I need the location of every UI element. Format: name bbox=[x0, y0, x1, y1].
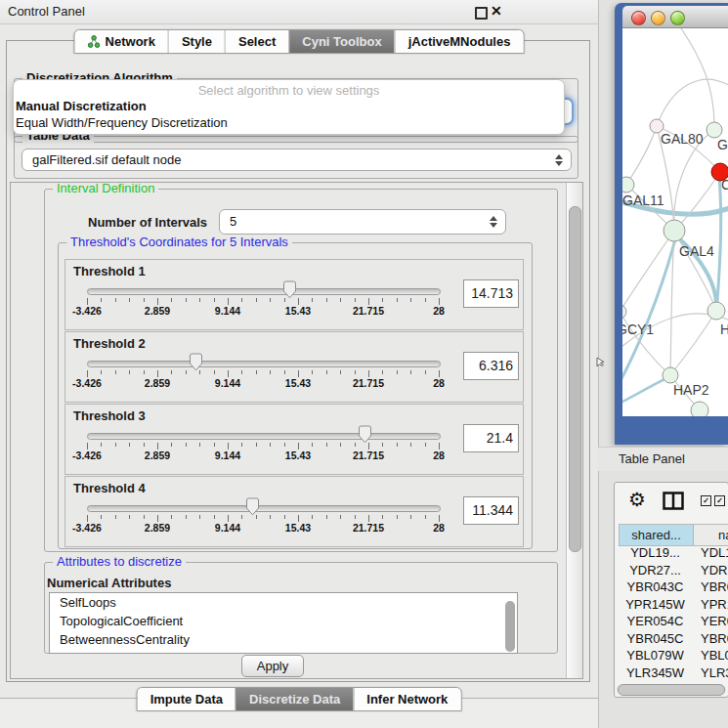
slider-thumb[interactable] bbox=[189, 353, 203, 371]
cell-shared-name[interactable]: YDL19... bbox=[619, 545, 692, 560]
cell-name[interactable]: YER0 bbox=[701, 614, 728, 628]
cell-shared-name[interactable]: YDR27... bbox=[619, 563, 692, 578]
close-icon[interactable]: ✕ bbox=[491, 3, 502, 19]
attribute-list-item[interactable]: TopologicalCoefficient bbox=[50, 612, 517, 630]
network-edge[interactable] bbox=[622, 236, 676, 388]
control-panel-titlebar: Control Panel ✕ bbox=[0, 0, 598, 24]
network-node-node-top-right[interactable] bbox=[707, 122, 722, 138]
table-horizontal-scrollbar[interactable] bbox=[617, 684, 726, 695]
tab-infer-network[interactable]: Infer Network bbox=[353, 688, 460, 710]
cell-name[interactable]: YPR1 bbox=[701, 597, 728, 612]
algorithm-dropdown-popup: Select algorithm to view settings Manual… bbox=[13, 79, 565, 135]
slider-track[interactable] bbox=[87, 433, 441, 440]
network-edge[interactable] bbox=[670, 311, 716, 375]
network-node-GAL4[interactable] bbox=[664, 220, 685, 241]
table-row[interactable]: YLR345WYLR3 bbox=[619, 665, 728, 683]
slider-thumb[interactable] bbox=[282, 280, 297, 299]
cell-shared-name[interactable]: YPR145W bbox=[619, 597, 692, 612]
scrollbar-thumb[interactable] bbox=[618, 684, 725, 696]
cell-name[interactable]: YDL1 bbox=[701, 545, 728, 560]
table-row[interactable]: YER054CYER0 bbox=[619, 614, 728, 631]
table-row[interactable]: YBL079WYBL0 bbox=[619, 648, 728, 665]
slider-thumb[interactable] bbox=[358, 425, 372, 444]
table-row[interactable]: YDR27...YDR2 bbox=[619, 563, 728, 580]
network-edge[interactable] bbox=[626, 126, 657, 185]
tick-label: -3.426 bbox=[72, 522, 102, 534]
threshold-value-field[interactable]: 6.316 bbox=[463, 352, 519, 380]
checkbox-icons[interactable]: ✓ ✓ bbox=[701, 495, 725, 506]
minimize-light[interactable] bbox=[651, 11, 665, 25]
tab-label: Cyni Toolbox bbox=[302, 30, 381, 53]
tab-jactivemnodules[interactable]: jActiveMNodules bbox=[395, 30, 524, 53]
tick-mark bbox=[171, 443, 172, 447]
tick-mark bbox=[129, 298, 130, 302]
gear-icon[interactable]: ⚙ bbox=[628, 488, 646, 511]
network-node-node-right-mid[interactable] bbox=[707, 302, 725, 320]
network-node-node-bottom[interactable] bbox=[691, 402, 708, 416]
table-panel-title: Table Panel bbox=[619, 451, 685, 466]
attribute-list-item[interactable]: SelfLoops bbox=[50, 593, 517, 612]
tab-discretize-data[interactable]: Discretize Data bbox=[236, 688, 353, 710]
settings-vertical-scrollbar[interactable] bbox=[566, 183, 582, 678]
tick-label: 21.715 bbox=[353, 305, 384, 317]
cell-name[interactable]: YBR0 bbox=[701, 631, 728, 646]
node-label-GAL80: GAL80 bbox=[661, 131, 704, 147]
column-layout-icon[interactable] bbox=[663, 492, 684, 510]
cell-shared-name[interactable]: YBR045C bbox=[619, 631, 692, 646]
tab-impute-data[interactable]: Impute Data bbox=[138, 688, 236, 710]
threshold-value-field[interactable]: 11.344 bbox=[463, 496, 519, 525]
float-window-icon[interactable] bbox=[475, 7, 488, 20]
table-row[interactable]: YPR145WYPR1 bbox=[619, 597, 728, 615]
dropdown-option-manual-discretization[interactable]: Manual Discretization bbox=[14, 98, 564, 114]
table-row[interactable]: YBR043CYBR0 bbox=[619, 579, 728, 597]
slider-thumb[interactable] bbox=[245, 497, 260, 516]
tick-mark bbox=[101, 370, 102, 374]
scrollbar-thumb[interactable] bbox=[569, 206, 581, 552]
bottom-tab-bar: Impute DataDiscretize DataInfer Network bbox=[137, 687, 462, 711]
cell-shared-name[interactable]: YER054C bbox=[619, 614, 692, 628]
tab-cyni-toolbox[interactable]: Cyni Toolbox bbox=[288, 30, 394, 53]
network-edge[interactable] bbox=[657, 79, 728, 126]
table-data-combobox[interactable]: galFiltered.sif default node bbox=[21, 149, 572, 171]
tick-label: 28 bbox=[433, 450, 445, 461]
table-row[interactable]: YBR045CYBR0 bbox=[619, 631, 728, 649]
column-header-shared[interactable]: shared... bbox=[620, 525, 694, 545]
number-of-intervals-spinner[interactable]: 5 bbox=[219, 209, 506, 235]
cell-shared-name[interactable]: YBR043C bbox=[619, 579, 692, 594]
network-node-GCY1[interactable] bbox=[622, 305, 626, 319]
tick-mark bbox=[144, 370, 145, 374]
table-row[interactable]: YDL19...YDL1 bbox=[619, 545, 728, 563]
network-node-HAP2[interactable] bbox=[663, 367, 678, 383]
tick-label: 9.144 bbox=[215, 305, 240, 317]
slider-track[interactable] bbox=[87, 288, 441, 295]
tab-network[interactable]: Network bbox=[75, 30, 168, 53]
cell-name[interactable]: YBL0 bbox=[701, 648, 728, 663]
network-graph: GAL80GACGAL11GAL4GCY1HHAP2 bbox=[622, 28, 728, 416]
attribute-list-item[interactable]: BetweennessCentrality bbox=[50, 630, 517, 649]
column-header-name[interactable]: name bbox=[718, 525, 728, 545]
cell-name[interactable]: YBR0 bbox=[701, 579, 728, 594]
cell-name[interactable]: YLR3 bbox=[701, 665, 728, 680]
threshold-value-field[interactable]: 14.713 bbox=[463, 279, 519, 308]
tick-label: 28 bbox=[433, 522, 445, 534]
network-edge[interactable] bbox=[717, 177, 721, 302]
tick-mark bbox=[157, 298, 158, 305]
cell-shared-name[interactable]: YBL079W bbox=[619, 648, 692, 663]
threshold-value-field[interactable]: 21.4 bbox=[463, 424, 519, 452]
apply-button[interactable]: Apply bbox=[241, 655, 304, 677]
network-canvas[interactable]: GAL80GACGAL11GAL4GCY1HHAP2 bbox=[622, 28, 728, 416]
list-scrollbar-thumb[interactable] bbox=[505, 601, 515, 652]
cell-name[interactable]: YDR2 bbox=[701, 563, 728, 578]
cell-shared-name[interactable]: YLR345W bbox=[619, 665, 692, 680]
slider-track[interactable] bbox=[87, 505, 441, 512]
tab-style[interactable]: Style bbox=[168, 30, 225, 53]
dropdown-option-equal-width-frequency[interactable]: Equal Width/Frequency Discretization bbox=[14, 114, 564, 131]
numerical-attributes-list[interactable]: SelfLoopsTopologicalCoefficientBetweenne… bbox=[49, 592, 518, 654]
zoom-light[interactable] bbox=[670, 11, 685, 25]
close-light[interactable] bbox=[631, 11, 646, 25]
slider-track[interactable] bbox=[87, 361, 441, 367]
network-node-GAL11[interactable] bbox=[622, 177, 634, 193]
node-label-C: C bbox=[721, 177, 728, 193]
tab-select[interactable]: Select bbox=[225, 30, 288, 53]
tick-mark bbox=[115, 443, 116, 447]
